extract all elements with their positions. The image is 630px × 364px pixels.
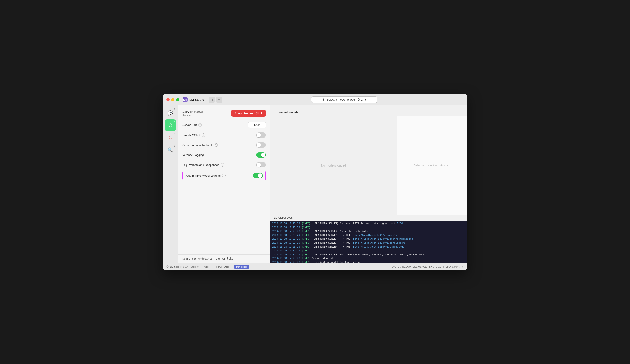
- loaded-models-tab: Loaded models: [270, 105, 467, 116]
- tab-power-user[interactable]: Power User: [214, 265, 231, 269]
- search-badge: 4: [174, 145, 175, 147]
- close-button[interactable]: [166, 98, 170, 101]
- sidebar-item-chat[interactable]: 💬 1: [165, 107, 176, 119]
- statusbar-brand: ⬡ LM Studio 0.3.4 (Build 8): [166, 265, 200, 268]
- brand-name: LM Studio: [189, 98, 204, 101]
- jit-toggle[interactable]: [253, 173, 263, 178]
- log-line: 2024-10-18 12:23:29 [INFO] [LM STUDIO SE…: [272, 253, 465, 257]
- log-line: 2024-10-18 12:23:29 [INFO] [LM STUDIO SE…: [272, 229, 465, 233]
- titlebar-center: ⚙ Select a model to load (⌘L) ▾: [225, 96, 464, 103]
- chevron-right-icon: ›: [236, 257, 238, 260]
- enable-cors-label: Enable CORS ?: [182, 133, 205, 137]
- minimize-button[interactable]: [171, 98, 174, 101]
- log-line: 2024-10-18 12:23:29 [INFO]: [272, 226, 465, 229]
- titlebar-icons: ⊞ ✎: [209, 97, 222, 103]
- traffic-lights: [166, 98, 179, 101]
- server-header: Server status Running Stop Server (⌘.): [178, 105, 270, 120]
- layout-icon[interactable]: ⊞: [209, 97, 215, 103]
- sidebar-item-files[interactable]: 🗂 3: [165, 132, 176, 143]
- log-line: 2024-10-18 12:23:29 [INFO] [LM STUDIO SE…: [272, 237, 465, 241]
- chevron-down-icon: ▾: [365, 98, 366, 101]
- tab-loaded-models[interactable]: Loaded models: [275, 109, 301, 116]
- sidebar-item-server[interactable]: ⬡ 2: [165, 120, 176, 131]
- jit-help-icon[interactable]: ?: [222, 174, 226, 177]
- log-line: 2024-10-18 12:23:29 [INFO]: [272, 249, 465, 253]
- model-select-icon: ⚙: [322, 98, 325, 101]
- server-panel: Server status Running Stop Server (⌘.) S…: [178, 105, 270, 263]
- local-network-row: Serve on Local Network ?: [182, 140, 266, 150]
- main-content: 💬 1 ⬡ 2 🗂 3 🔍 4: [163, 105, 467, 263]
- port-help-icon[interactable]: ?: [198, 123, 202, 127]
- enable-cors-row: Enable CORS ?: [182, 130, 266, 140]
- log-line: 2024-10-18 12:23:29 [INFO] Just-in-time …: [272, 260, 465, 263]
- horizontal-layout: Server status Running Stop Server (⌘.) S…: [178, 105, 467, 263]
- gear-icon[interactable]: ⚙: [461, 265, 464, 268]
- statusbar: ⬡ LM Studio 0.3.4 (Build 8) User Power U…: [163, 263, 467, 270]
- supported-endpoints-label: Supported endpoints (OpenAI-like): [182, 257, 235, 260]
- tab-user[interactable]: User: [202, 265, 212, 269]
- developer-logs: Developer Logs 2024-10-18 12:23:29 [INFO…: [270, 214, 467, 263]
- local-network-label: Serve on Local Network ?: [182, 143, 218, 147]
- titlebar: LM LM Studio ⊞ ✎ ⚙ Select a model to loa…: [163, 94, 467, 105]
- local-network-toggle[interactable]: [256, 142, 266, 148]
- server-port-row: Server Port ?: [182, 120, 266, 130]
- log-prompts-help-icon[interactable]: ?: [221, 163, 224, 167]
- log-prompts-label: Log Prompts and Responses ?: [182, 163, 224, 167]
- files-icon: 🗂: [168, 135, 172, 140]
- statusbar-version: 0.3.4: [183, 265, 188, 268]
- supported-endpoints[interactable]: Supported endpoints (OpenAI-like) ›: [178, 254, 270, 263]
- log-content: 2024-10-18 12:23:29 [INFO] [LM STUDIO SE…: [270, 221, 467, 263]
- sidebar: 💬 1 ⬡ 2 🗂 3 🔍 4: [163, 105, 178, 263]
- chat-icon: 💬: [168, 110, 173, 116]
- server-port-label: Server Port ?: [182, 123, 202, 127]
- server-status-info: Server status Running: [182, 110, 203, 117]
- cors-help-icon[interactable]: ?: [202, 133, 205, 137]
- model-select-label: Select a model to load: [327, 98, 355, 101]
- settings-icon[interactable]: ✎: [216, 97, 222, 103]
- model-config-panel: Select a model to configure it: [396, 116, 467, 214]
- model-select-button[interactable]: ⚙ Select a model to load (⌘L) ▾: [311, 96, 378, 103]
- app-brand: LM LM Studio: [183, 97, 204, 102]
- log-line: 2024-10-18 12:23:29 [INFO] [LM STUDIO SE…: [272, 241, 465, 245]
- local-network-help-icon[interactable]: ?: [214, 143, 218, 147]
- verbose-logging-toggle[interactable]: [256, 152, 266, 158]
- app-window: LM LM Studio ⊞ ✎ ⚙ Select a model to loa…: [163, 94, 467, 270]
- jit-label: Just-in-Time Model Loading ?: [186, 174, 226, 177]
- resources-label: SYSTEM RESOURCES USAGE:: [392, 265, 428, 268]
- separator: |: [443, 265, 444, 268]
- server-status-sub: Running: [182, 114, 203, 117]
- tab-developer[interactable]: Developer: [234, 265, 249, 269]
- brand-icon: LM: [183, 97, 188, 102]
- jit-row: Just-in-Time Model Loading ?: [182, 171, 266, 181]
- log-prompts-toggle[interactable]: [256, 162, 266, 168]
- model-select-shortcut: (⌘L): [357, 98, 363, 101]
- content-area: Server status Running Stop Server (⌘.) S…: [178, 105, 467, 263]
- statusbar-build: (Build 8): [190, 265, 200, 268]
- cpu-label: CPU: 0.00 %: [446, 265, 460, 268]
- log-line: 2024-10-18 12:23:29 [INFO] [LM STUDIO SE…: [272, 233, 465, 237]
- server-badge: 2: [174, 120, 175, 123]
- dev-logs-header: Developer Logs: [270, 215, 467, 221]
- log-line: 2024-10-18 12:23:29 [INFO] [LM STUDIO SE…: [272, 222, 465, 226]
- log-line: 2024-10-18 12:23:29 [INFO] [LM STUDIO SE…: [272, 245, 465, 249]
- server-status-title: Server status: [182, 110, 203, 114]
- sidebar-item-search[interactable]: 🔍 4: [165, 144, 176, 156]
- maximize-button[interactable]: [176, 98, 179, 101]
- statusbar-right: SYSTEM RESOURCES USAGE: RAM: 0 GB | CPU:…: [392, 265, 464, 268]
- server-icon: ⬡: [168, 123, 172, 128]
- search-icon: 🔍: [168, 147, 173, 153]
- port-input[interactable]: [248, 122, 266, 128]
- server-settings: Server Port ? Enable CORS ?: [178, 120, 270, 181]
- models-empty: No models loaded: [270, 116, 396, 214]
- log-prompts-row: Log Prompts and Responses ?: [182, 160, 266, 170]
- statusbar-brand-icon: ⬡: [166, 265, 169, 268]
- right-panel: Loaded models No models loaded Select a …: [270, 105, 467, 263]
- cors-toggle[interactable]: [256, 133, 266, 138]
- ram-label: RAM: 0 GB: [429, 265, 442, 268]
- verbose-logging-row: Verbose Logging: [182, 150, 266, 160]
- chat-badge: 1: [174, 108, 175, 110]
- verbose-logging-label: Verbose Logging: [182, 153, 204, 157]
- statusbar-app-name: LM Studio: [170, 265, 182, 268]
- stop-server-button[interactable]: Stop Server (⌘.): [231, 110, 266, 117]
- log-line: 2024-10-18 12:23:29 [INFO] Server starte…: [272, 256, 465, 260]
